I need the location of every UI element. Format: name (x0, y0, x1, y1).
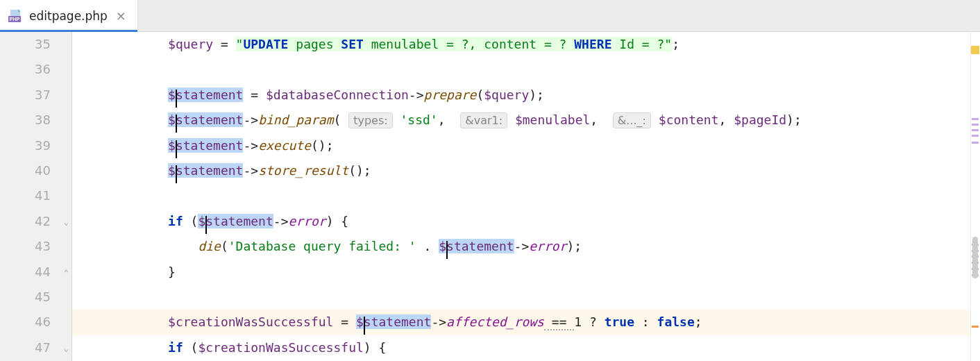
variable: $creationWasSuccessful (168, 314, 333, 329)
param-hint: types: (348, 112, 392, 128)
code-line[interactable]: $query = "UPDATE pages SET menulabel = ?… (72, 32, 980, 57)
line-number-gutter: 35363738394041424344454647⌄⌃⌄ (0, 32, 72, 361)
line-number: 35 (0, 32, 51, 57)
sql-keyword: WHERE (574, 37, 611, 51)
function: die (198, 239, 221, 253)
code-area[interactable]: $query = "UPDATE pages SET menulabel = ?… (72, 32, 980, 361)
keyword: true (605, 314, 634, 329)
stripe-mark[interactable] (972, 129, 979, 131)
method: prepare (424, 87, 477, 102)
property: affected_rows (446, 314, 544, 329)
stripe-mark[interactable] (972, 124, 979, 126)
keyword: if (168, 340, 183, 355)
code-line[interactable] (72, 285, 980, 310)
selected-variable: $statement (168, 138, 243, 153)
code-line[interactable] (72, 183, 980, 208)
stripe-mark[interactable] (972, 118, 979, 120)
variable: $content (651, 112, 719, 127)
selected-variable: $statement (198, 214, 273, 228)
string: " (236, 37, 244, 51)
selected-variable: $statement (168, 112, 243, 127)
stripe-mark[interactable] (972, 237, 978, 278)
stripe-mark[interactable] (971, 46, 979, 54)
variable: $query (168, 37, 213, 51)
fold-toggle-icon[interactable]: ⌄ (64, 344, 69, 353)
line-number: 44 (0, 260, 51, 285)
string: menulabel = ?, content = ? (364, 37, 574, 51)
method: bind_param (258, 112, 333, 127)
sql-keyword: SET (341, 37, 364, 51)
code-line[interactable]: $statement->execute(); (72, 133, 980, 158)
variable: $query (484, 87, 529, 102)
file-tab[interactable]: PHP editpage.php × (0, 0, 138, 31)
string: pages (288, 37, 341, 51)
string: Id = ?" (611, 37, 672, 51)
line-number: 47 (0, 335, 51, 360)
method: store_result (258, 163, 348, 178)
keyword: if (168, 214, 183, 228)
tab-filename: editpage.php (29, 9, 108, 23)
string: 'Database query failed: ' (228, 239, 416, 253)
line-number: 36 (0, 57, 51, 82)
line-number: 46 (0, 310, 51, 335)
error-stripe[interactable] (970, 32, 980, 361)
code-line[interactable]: $statement = $databaseConnection->prepar… (72, 83, 980, 108)
selected-variable: $statement (439, 239, 514, 253)
close-icon[interactable]: × (113, 8, 129, 23)
keyword: false (657, 314, 695, 329)
php-file-icon: PHP (8, 10, 24, 22)
selected-variable: $statement (356, 314, 431, 329)
fold-column: ⌄⌃⌄ (56, 32, 71, 361)
line-number: 42 (0, 209, 51, 234)
fold-toggle-icon[interactable]: ⌃ (64, 268, 69, 278)
svg-text:PHP: PHP (10, 17, 20, 22)
line-number: 45 (0, 285, 51, 310)
selected-variable: $statement (168, 163, 243, 178)
stripe-mark[interactable] (972, 326, 979, 328)
line-number: 37 (0, 83, 51, 108)
fold-toggle-icon[interactable]: ⌄ (64, 217, 69, 227)
code-line[interactable]: $creationWasSuccessful = $statement->aff… (72, 310, 980, 335)
param-hint: &var1: (460, 112, 507, 128)
code-line[interactable]: if ($creationWasSuccessful) { (72, 335, 980, 360)
sql-keyword: UPDATE (243, 37, 288, 51)
variable: $databaseConnection (266, 87, 409, 102)
param-hint: &..._: (613, 112, 651, 128)
variable: $menulabel (507, 112, 590, 127)
code-line[interactable]: $statement->store_result(); (72, 158, 980, 183)
code-line[interactable]: die('Database query failed: ' . $stateme… (72, 234, 980, 259)
variable: $pageId (734, 112, 786, 127)
line-number: 43 (0, 234, 51, 259)
stripe-mark[interactable] (972, 142, 979, 144)
code-line[interactable]: if ($statement->error) { (72, 209, 980, 234)
tab-bar: PHP editpage.php × (0, 0, 980, 32)
code-line[interactable] (72, 57, 980, 82)
code-editor[interactable]: 35363738394041424344454647⌄⌃⌄ $query = "… (0, 32, 980, 361)
selected-variable: $statement (168, 87, 243, 102)
method: execute (258, 138, 311, 153)
code-line[interactable]: } (72, 260, 980, 285)
line-number: 39 (0, 133, 51, 158)
code-line[interactable]: $statement->bind_param( types: 'ssd', &v… (72, 108, 980, 133)
variable: $creationWasSuccessful (198, 340, 363, 355)
string: 'ssd' (393, 112, 438, 127)
property: error (289, 214, 326, 228)
line-number: 40 (0, 158, 51, 183)
line-number: 38 (0, 108, 51, 133)
stripe-mark[interactable] (972, 135, 979, 137)
property: error (529, 239, 566, 253)
line-number: 41 (0, 183, 51, 208)
